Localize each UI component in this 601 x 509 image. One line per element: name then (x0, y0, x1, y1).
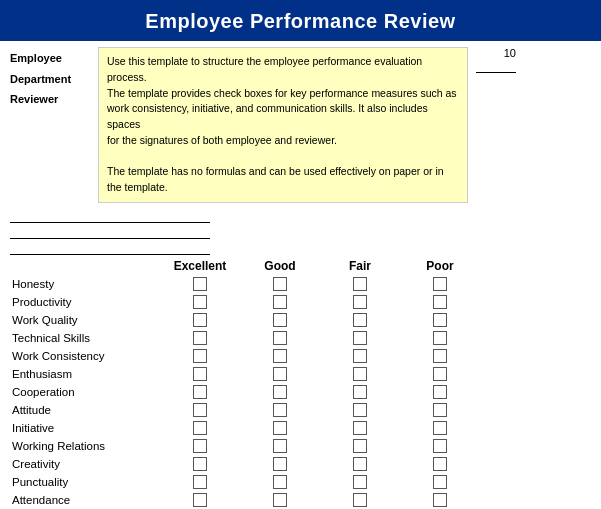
check-col-good (240, 421, 320, 435)
checkbox-excellent[interactable] (193, 349, 207, 363)
check-col-fair (320, 475, 400, 489)
ratings-header: Excellent Good Fair Poor (0, 255, 601, 275)
checkbox-group (160, 277, 591, 291)
checkbox-poor[interactable] (433, 367, 447, 381)
checkbox-fair[interactable] (353, 403, 367, 417)
checkbox-poor[interactable] (433, 421, 447, 435)
checkbox-good[interactable] (273, 475, 287, 489)
date-box: 10 (476, 47, 516, 203)
checkbox-excellent[interactable] (193, 403, 207, 417)
employee-field[interactable] (10, 209, 210, 223)
checkbox-good[interactable] (273, 367, 287, 381)
reviewer-field[interactable] (10, 241, 210, 255)
check-col-fair (320, 493, 400, 507)
checkbox-excellent[interactable] (193, 385, 207, 399)
checkbox-fair[interactable] (353, 493, 367, 507)
checkbox-good[interactable] (273, 331, 287, 345)
employee-label: Employee (10, 49, 90, 68)
checkbox-fair[interactable] (353, 421, 367, 435)
check-col-good (240, 475, 320, 489)
checkbox-fair[interactable] (353, 457, 367, 471)
check-col-fair (320, 421, 400, 435)
checkbox-poor[interactable] (433, 493, 447, 507)
checkbox-group (160, 331, 591, 345)
check-col-good (240, 295, 320, 309)
checkbox-fair[interactable] (353, 331, 367, 345)
checkbox-poor[interactable] (433, 349, 447, 363)
checkbox-poor[interactable] (433, 385, 447, 399)
table-row: Technical Skills (10, 329, 591, 347)
checkbox-excellent[interactable] (193, 475, 207, 489)
check-col-fair (320, 277, 400, 291)
checkbox-good[interactable] (273, 385, 287, 399)
checkbox-fair[interactable] (353, 295, 367, 309)
checkbox-fair[interactable] (353, 475, 367, 489)
check-col-good (240, 349, 320, 363)
employee-row (10, 209, 591, 223)
checkbox-poor[interactable] (433, 439, 447, 453)
checkbox-fair[interactable] (353, 439, 367, 453)
checkbox-poor[interactable] (433, 457, 447, 471)
table-row: Enthusiasm (10, 365, 591, 383)
checkbox-good[interactable] (273, 295, 287, 309)
check-col-poor (400, 349, 480, 363)
checkbox-poor[interactable] (433, 277, 447, 291)
checkbox-poor[interactable] (433, 331, 447, 345)
checkbox-excellent[interactable] (193, 295, 207, 309)
check-col-good (240, 457, 320, 471)
check-col-poor (400, 385, 480, 399)
check-col-excellent (160, 385, 240, 399)
check-col-excellent (160, 403, 240, 417)
checkbox-good[interactable] (273, 313, 287, 327)
checkbox-excellent[interactable] (193, 421, 207, 435)
checkbox-poor[interactable] (433, 295, 447, 309)
department-field[interactable] (10, 225, 210, 239)
check-col-good (240, 331, 320, 345)
checkbox-good[interactable] (273, 439, 287, 453)
check-col-fair (320, 313, 400, 327)
checkbox-excellent[interactable] (193, 277, 207, 291)
checkbox-good[interactable] (273, 493, 287, 507)
checkbox-excellent[interactable] (193, 439, 207, 453)
checkbox-good[interactable] (273, 349, 287, 363)
checkbox-excellent[interactable] (193, 367, 207, 381)
checkbox-excellent[interactable] (193, 457, 207, 471)
check-col-poor (400, 493, 480, 507)
checkbox-poor[interactable] (433, 313, 447, 327)
checkbox-excellent[interactable] (193, 313, 207, 327)
date-value: 10 (504, 47, 516, 59)
checkbox-good[interactable] (273, 421, 287, 435)
checkbox-fair[interactable] (353, 385, 367, 399)
checkbox-group (160, 421, 591, 435)
checkbox-good[interactable] (273, 277, 287, 291)
check-col-poor (400, 367, 480, 381)
date-field[interactable] (476, 59, 516, 73)
checkbox-fair[interactable] (353, 367, 367, 381)
checkbox-good[interactable] (273, 457, 287, 471)
checkbox-excellent[interactable] (193, 331, 207, 345)
checkbox-poor[interactable] (433, 403, 447, 417)
criterion-label: Honesty (10, 278, 160, 290)
check-col-excellent (160, 439, 240, 453)
table-row: Honesty (10, 275, 591, 293)
checkbox-fair[interactable] (353, 313, 367, 327)
check-col-fair (320, 439, 400, 453)
page: Employee Performance Review Employee Dep… (0, 0, 601, 509)
checkbox-good[interactable] (273, 403, 287, 417)
col-fair: Fair (320, 259, 400, 273)
checkbox-fair[interactable] (353, 277, 367, 291)
check-col-poor (400, 439, 480, 453)
checkbox-excellent[interactable] (193, 493, 207, 507)
check-col-good (240, 385, 320, 399)
criterion-label: Attendance (10, 494, 160, 506)
table-row: Initiative (10, 419, 591, 437)
checkbox-fair[interactable] (353, 349, 367, 363)
check-col-excellent (160, 295, 240, 309)
criterion-label: Working Relations (10, 440, 160, 452)
criteria-table: HonestyProductivityWork QualityTechnical… (0, 275, 601, 509)
col-excellent: Excellent (160, 259, 240, 273)
checkbox-poor[interactable] (433, 475, 447, 489)
check-col-fair (320, 295, 400, 309)
department-row (10, 225, 591, 239)
checkbox-group (160, 403, 591, 417)
